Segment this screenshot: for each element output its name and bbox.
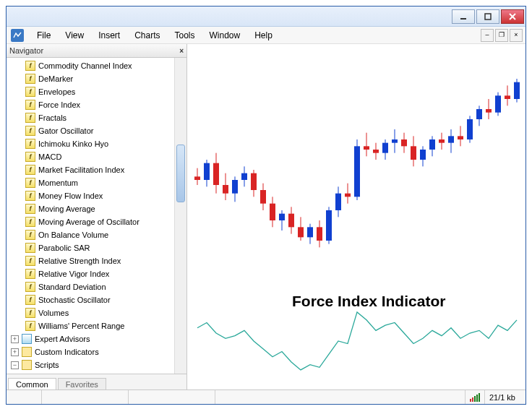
menu-charts[interactable]: Charts xyxy=(127,28,167,43)
statusbar: 21/1 kb xyxy=(7,389,525,404)
indicator-label: Ichimoku Kinko Hyo xyxy=(38,139,108,148)
indicator-item[interactable]: fMACD xyxy=(7,150,174,163)
indicator-label: Commodity Channel Index xyxy=(38,61,132,70)
function-icon: f xyxy=(25,230,35,240)
menu-tools[interactable]: Tools xyxy=(168,28,202,43)
menu-window[interactable]: Window xyxy=(202,28,248,43)
tree-expander[interactable]: + xyxy=(11,348,19,356)
indicator-item[interactable]: fMarket Facilitation Index xyxy=(7,163,174,176)
function-icon: f xyxy=(25,191,35,201)
chart-overlay-label: Force Index Indicator xyxy=(292,293,445,310)
indicator-label: On Balance Volume xyxy=(38,231,108,239)
indicator-item[interactable]: fVolumes xyxy=(7,306,174,319)
indicator-item[interactable]: fMomentum xyxy=(7,176,174,189)
function-icon: f xyxy=(25,269,35,279)
indicator-item[interactable]: fRelative Vigor Index xyxy=(7,267,174,280)
app-window: File View Insert Charts Tools Window Hel… xyxy=(6,6,526,405)
indicator-item[interactable]: fCommodity Channel Index xyxy=(7,59,174,72)
window-minimize-button[interactable] xyxy=(452,9,475,24)
function-icon: f xyxy=(25,308,35,318)
candlestick-chart[interactable] xyxy=(187,44,525,384)
tree-expander[interactable]: − xyxy=(11,361,19,369)
navigator-tree[interactable]: fCommodity Channel IndexfDeMarkerfEnvelo… xyxy=(7,58,174,374)
ci-icon xyxy=(22,347,32,357)
indicator-item[interactable]: fEnvelopes xyxy=(7,85,174,98)
function-icon: f xyxy=(25,178,35,188)
indicator-label: Moving Average of Oscillator xyxy=(38,218,140,226)
mdi-minimize-button[interactable]: – xyxy=(481,29,494,42)
tab-favorites[interactable]: Favorites xyxy=(58,378,106,389)
indicator-label: Market Facilitation Index xyxy=(38,165,124,174)
tree-custom-indicators[interactable]: +Custom Indicators xyxy=(7,345,174,358)
function-icon: f xyxy=(25,152,35,162)
indicator-label: Volumes xyxy=(38,309,69,317)
indicator-item[interactable]: fMoving Average of Oscillator xyxy=(7,215,174,228)
mdi-restore-button[interactable]: ❐ xyxy=(495,29,508,42)
indicator-item[interactable]: fRelative Strength Index xyxy=(7,254,174,267)
navigator-title: Navigator × xyxy=(7,44,186,58)
window-close-button[interactable] xyxy=(501,9,524,24)
indicator-item[interactable]: fFractals xyxy=(7,111,174,124)
chart-area[interactable]: Force Index Indicator xyxy=(187,44,525,389)
indicator-item[interactable]: fIchimoku Kinko Hyo xyxy=(7,137,174,150)
tree-expander[interactable]: + xyxy=(11,335,19,343)
menubar: File View Insert Charts Tools Window Hel… xyxy=(7,27,525,44)
tree-root-label: Custom Indicators xyxy=(35,348,99,356)
indicator-label: Force Index xyxy=(38,100,80,109)
indicator-label: Moving Average xyxy=(38,204,95,213)
indicator-item[interactable]: fGator Oscillator xyxy=(7,124,174,137)
indicator-label: Money Flow Index xyxy=(38,191,103,200)
scrollbar-thumb[interactable] xyxy=(176,145,185,202)
indicator-item[interactable]: fMoney Flow Index xyxy=(7,189,174,202)
function-icon: f xyxy=(25,295,35,305)
indicator-label: Fractals xyxy=(38,113,66,122)
tree-expert-advisors[interactable]: +Expert Advisors xyxy=(7,332,174,345)
navigator-close-icon[interactable]: × xyxy=(176,47,186,55)
function-icon: f xyxy=(25,61,35,71)
indicator-item[interactable]: fParabolic SAR xyxy=(7,241,174,254)
indicator-label: Stochastic Oscillator xyxy=(38,296,111,304)
indicator-item[interactable]: fWilliams' Percent Range xyxy=(7,319,174,332)
tree-scripts[interactable]: −Scripts xyxy=(7,358,174,371)
menu-file[interactable]: File xyxy=(30,28,58,43)
indicator-item[interactable]: fForce Index xyxy=(7,98,174,111)
function-icon: f xyxy=(25,243,35,253)
ea-icon xyxy=(22,334,32,344)
indicator-label: Relative Vigor Index xyxy=(38,270,109,278)
function-icon: f xyxy=(25,139,35,149)
sc-icon xyxy=(22,360,32,370)
function-icon: f xyxy=(25,282,35,292)
function-icon: f xyxy=(25,256,35,266)
indicator-item[interactable]: fOn Balance Volume xyxy=(7,228,174,241)
function-icon: f xyxy=(25,217,35,227)
mdi-controls: – ❐ × xyxy=(481,29,525,42)
connection-bars-icon xyxy=(465,390,484,404)
app-icon xyxy=(11,29,24,42)
indicator-label: Relative Strength Index xyxy=(38,257,121,265)
indicator-label: MACD xyxy=(38,152,61,161)
status-traffic: 21/1 kb xyxy=(484,390,520,404)
function-icon: f xyxy=(25,74,35,84)
indicator-label: Standard Deviation xyxy=(38,283,106,291)
navigator-tabs: Common Favorites xyxy=(7,374,186,389)
function-icon: f xyxy=(25,113,35,123)
menu-insert[interactable]: Insert xyxy=(91,28,127,43)
navigator-panel: Navigator × fCommodity Channel IndexfDeM… xyxy=(7,44,187,389)
svg-rect-1 xyxy=(485,14,491,20)
indicator-item[interactable]: fDeMarker xyxy=(7,72,174,85)
function-icon: f xyxy=(25,165,35,175)
tab-common[interactable]: Common xyxy=(8,378,56,389)
indicator-label: DeMarker xyxy=(38,74,73,83)
function-icon: f xyxy=(25,321,35,331)
indicator-label: Momentum xyxy=(38,178,78,187)
titlebar xyxy=(7,7,525,27)
indicator-item[interactable]: fStandard Deviation xyxy=(7,280,174,293)
indicator-item[interactable]: fMoving Average xyxy=(7,202,174,215)
indicator-item[interactable]: fStochastic Oscillator xyxy=(7,293,174,306)
mdi-close-button[interactable]: × xyxy=(510,29,523,42)
menu-help[interactable]: Help xyxy=(247,28,280,43)
window-maximize-button[interactable] xyxy=(476,9,499,24)
menu-view[interactable]: View xyxy=(58,28,91,43)
navigator-scrollbar[interactable] xyxy=(174,58,186,374)
indicator-label: Gator Oscillator xyxy=(38,126,93,135)
